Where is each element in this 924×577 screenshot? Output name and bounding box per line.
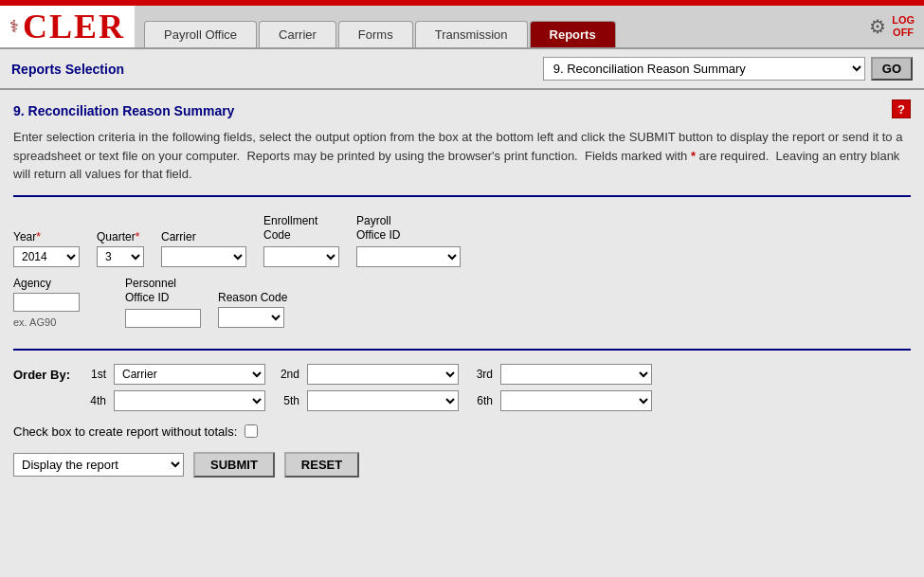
year-label: Year* xyxy=(13,230,80,243)
main-content: ? 9. Reconciliation Reason Summary Enter… xyxy=(0,90,924,577)
tab-carrier[interactable]: Carrier xyxy=(259,21,336,47)
go-button[interactable]: GO xyxy=(871,57,913,81)
order-6th-select[interactable]: Carrier Agency xyxy=(500,390,652,411)
totals-checkbox[interactable] xyxy=(245,424,258,438)
carrier-select[interactable] xyxy=(161,246,246,267)
enrollment-code-label: Enrollment Code xyxy=(263,214,339,243)
instructions: Enter selection criteria in the followin… xyxy=(13,128,911,184)
output-select[interactable]: Display the report Send to spreadsheet S… xyxy=(13,453,184,477)
quarter-required-star: * xyxy=(136,230,140,243)
app-logo: CLER xyxy=(23,9,125,44)
fields-row-1: Year* 2014 2013 2012 Quarter* 1 2 3 4 xyxy=(13,214,911,267)
reset-button[interactable]: RESET xyxy=(284,452,359,478)
bottom-row: Display the report Send to spreadsheet S… xyxy=(13,452,911,478)
year-select[interactable]: 2014 2013 2012 xyxy=(13,246,80,267)
main-header: ⚕ CLER Payroll Office Carrier Forms Tran… xyxy=(0,6,924,49)
quarter-select[interactable]: 1 2 3 4 xyxy=(97,246,144,267)
order-3rd-label: 3rd xyxy=(466,368,493,381)
agency-example: ex. AG90 xyxy=(13,316,80,328)
enrollment-code-select[interactable] xyxy=(263,246,339,267)
carrier-field-group: Carrier xyxy=(161,230,246,267)
sub-header: Reports Selection 9. Reconciliation Reas… xyxy=(0,49,924,90)
tab-forms[interactable]: Forms xyxy=(338,21,413,47)
payroll-office-id-label: Payroll Office ID xyxy=(356,214,461,243)
fields-row-2: Agency ex. AG90 Personnel Office ID Reas… xyxy=(13,277,911,328)
personnel-office-id-label: Personnel Office ID xyxy=(125,277,201,306)
order-1st-select[interactable]: Carrier Agency Personnel Office ID Enrol… xyxy=(114,364,265,385)
personnel-office-id-field-group: Personnel Office ID xyxy=(125,277,201,328)
order-by-section: Order By: 1st Carrier Agency Personnel O… xyxy=(13,364,911,411)
order-4th-select[interactable]: Carrier Agency xyxy=(114,390,265,411)
caduceus-icon: ⚕ xyxy=(9,16,19,37)
section-title: 9. Reconciliation Reason Summary xyxy=(13,103,911,118)
report-select-dropdown[interactable]: 9. Reconciliation Reason Summary 1. Repo… xyxy=(543,57,865,81)
submit-button[interactable]: SUBMIT xyxy=(193,452,275,478)
logo-area: ⚕ CLER xyxy=(0,6,135,47)
help-icon[interactable]: ? xyxy=(892,99,911,118)
year-required-star: * xyxy=(36,230,41,243)
nav-right: ⚙ LOGOFF xyxy=(860,6,924,47)
enrollment-code-field-group: Enrollment Code xyxy=(263,214,339,267)
tab-reports[interactable]: Reports xyxy=(530,21,616,47)
payroll-office-id-select[interactable] xyxy=(356,246,461,267)
order-6th-label: 6th xyxy=(466,394,493,407)
order-4th-label: 4th xyxy=(80,394,106,407)
report-select-area: 9. Reconciliation Reason Summary 1. Repo… xyxy=(543,57,913,81)
carrier-label: Carrier xyxy=(161,230,246,243)
section-divider-1 xyxy=(13,195,911,197)
order-5th-select[interactable]: Carrier Agency xyxy=(307,390,459,411)
quarter-label: Quarter* xyxy=(97,230,144,243)
tab-transmission[interactable]: Transmission xyxy=(415,21,528,47)
log-off-button[interactable]: LOGOFF xyxy=(892,14,915,39)
form-section: Year* 2014 2013 2012 Quarter* 1 2 3 4 xyxy=(13,210,911,341)
order-1st-label: 1st xyxy=(80,368,106,381)
order-5th-label: 5th xyxy=(273,394,299,407)
personnel-office-id-input[interactable] xyxy=(125,309,201,328)
payroll-office-id-field-group: Payroll Office ID xyxy=(356,214,461,267)
reason-code-label: Reason Code xyxy=(218,291,287,304)
reason-code-field-group: Reason Code xyxy=(218,291,287,328)
order-by-label: Order By: xyxy=(13,364,70,382)
gear-icon[interactable]: ⚙ xyxy=(869,15,886,38)
totals-checkbox-label: Check box to create report without total… xyxy=(13,424,237,439)
agency-label: Agency xyxy=(13,277,80,290)
order-2nd-label: 2nd xyxy=(273,368,299,381)
year-field-group: Year* 2014 2013 2012 xyxy=(13,230,80,267)
nav-tabs: Payroll Office Carrier Forms Transmissio… xyxy=(135,6,860,47)
totals-checkbox-row: Check box to create report without total… xyxy=(13,424,911,439)
required-mark: * xyxy=(691,149,696,163)
order-3rd-select[interactable]: Carrier Agency xyxy=(500,364,652,385)
tab-payroll-office[interactable]: Payroll Office xyxy=(144,21,257,47)
agency-input[interactable] xyxy=(13,293,80,312)
reports-selection-label: Reports Selection xyxy=(11,62,124,77)
agency-field-group: Agency ex. AG90 xyxy=(13,277,80,328)
quarter-field-group: Quarter* 1 2 3 4 xyxy=(97,230,144,267)
section-divider-2 xyxy=(13,349,911,351)
order-2nd-select[interactable]: Carrier Agency Personnel Office ID xyxy=(307,364,459,385)
reason-code-select[interactable] xyxy=(218,307,284,328)
